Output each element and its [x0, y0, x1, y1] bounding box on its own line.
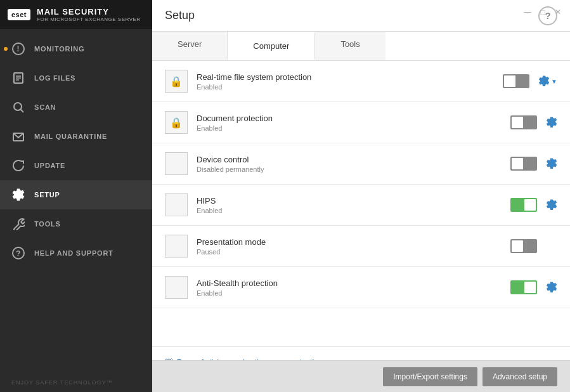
sidebar-label-scan: SCAN: [34, 103, 56, 111]
setting-status-3: Disabled permanently: [197, 166, 502, 173]
sidebar-item-update[interactable]: UPDATE: [0, 151, 152, 180]
sidebar-label-help: HELP AND SUPPORT: [34, 249, 113, 257]
setting-document-protection: 🔒 Document protection Enabled: [152, 102, 570, 143]
setting-status-4: Enabled: [197, 207, 502, 214]
gear-button-3[interactable]: [546, 158, 557, 169]
toggle-thumb-2: [512, 117, 523, 128]
setting-info-6: Anti-Stealth protection Enabled: [197, 278, 502, 297]
setting-name-2: Document protection: [197, 114, 502, 123]
scan-icon: [11, 100, 25, 114]
settings-list: 🔒 Real-time file system protection Enabl…: [152, 61, 570, 360]
spacer: [152, 308, 570, 346]
svg-text:!: !: [17, 44, 20, 53]
sidebar-item-tools[interactable]: TOOLS: [0, 209, 152, 238]
main-content: Setup — □ ✕ ? Server Computer Tools 🔒 Re…: [152, 0, 570, 392]
toggle-thumb-6: [524, 282, 536, 293]
sidebar-footer: ENJOY SAFER TECHNOLOGY™: [0, 373, 152, 392]
tab-computer[interactable]: Computer: [228, 32, 315, 60]
toggle-thumb-3: [512, 158, 523, 169]
sidebar-item-monitoring[interactable]: ! MONITORING: [0, 34, 152, 63]
bottom-links: 🛡 Pause Antivirus and antispyware protec…: [152, 346, 570, 360]
setting-status-1: Enabled: [197, 83, 494, 91]
sidebar-nav: ! MONITORING LOG FILES: [0, 29, 152, 373]
setting-info-4: HIPS Enabled: [197, 196, 502, 214]
sidebar-item-log-files[interactable]: LOG FILES: [0, 63, 152, 93]
setting-status-2: Enabled: [197, 124, 502, 132]
page-title: Setup: [165, 9, 195, 22]
setting-icon-5: [165, 235, 188, 258]
sidebar-label-mail-quarantine: MAIL QUARANTINE: [34, 133, 107, 140]
monitoring-icon: !: [11, 42, 25, 56]
sidebar: eset MAIL SECURITY FOR MICROSOFT EXCHANG…: [0, 0, 152, 392]
setting-name-4: HIPS: [197, 196, 502, 206]
close-button[interactable]: ✕: [552, 8, 564, 16]
setting-lock-icon-2: 🔒: [165, 111, 188, 134]
sidebar-label-setup: SETUP: [34, 191, 60, 199]
toggle-presentation-mode[interactable]: [510, 239, 537, 253]
sidebar-label-tools: TOOLS: [34, 220, 61, 228]
toggle-hips[interactable]: [510, 198, 537, 212]
setting-status-6: Enabled: [197, 289, 502, 297]
gear-button-4[interactable]: [546, 199, 557, 211]
sidebar-label-monitoring: MONITORING: [34, 45, 84, 53]
setting-info-2: Document protection Enabled: [197, 114, 502, 132]
setting-name-5: Presentation mode: [197, 237, 502, 247]
setting-presentation-mode: Presentation mode Paused: [152, 226, 570, 267]
eset-logo: eset: [8, 9, 30, 20]
toggle-device-control[interactable]: [510, 157, 537, 171]
setting-hips: HIPS Enabled: [152, 185, 570, 226]
setting-name-6: Anti-Stealth protection: [197, 278, 502, 288]
tab-bar: Server Computer Tools: [152, 32, 570, 61]
product-main: MAIL SECURITY: [37, 7, 141, 16]
app-header: eset MAIL SECURITY FOR MICROSOFT EXCHANG…: [0, 0, 152, 29]
mail-quarantine-icon: [11, 129, 25, 143]
sidebar-item-help[interactable]: ? HELP AND SUPPORT: [0, 238, 152, 268]
toggle-thumb-1: [504, 75, 515, 87]
setting-name-3: Device control: [197, 155, 502, 164]
minimize-button[interactable]: —: [522, 8, 533, 16]
toggle-document-protection[interactable]: [510, 115, 537, 129]
sidebar-item-mail-quarantine[interactable]: MAIL QUARANTINE: [0, 122, 152, 151]
toggle-thumb-4: [524, 199, 536, 211]
setting-real-time-protection: 🔒 Real-time file system protection Enabl…: [152, 61, 570, 102]
tab-server[interactable]: Server: [152, 32, 228, 60]
gear-button-6[interactable]: [546, 282, 557, 293]
setting-name-1: Real-time file system protection: [197, 72, 494, 82]
sidebar-item-setup[interactable]: SETUP: [0, 180, 152, 209]
gear-dropdown-icon-1: ▼: [551, 78, 557, 85]
update-icon: [11, 159, 25, 173]
setup-icon: [11, 188, 25, 202]
setting-info-1: Real-time file system protection Enabled: [197, 72, 494, 91]
setting-icon-4: [165, 193, 188, 216]
setting-device-control: Device control Disabled permanently: [152, 143, 570, 185]
gear-button-1[interactable]: ▼: [538, 75, 557, 87]
toggle-thumb-5: [512, 240, 523, 252]
tab-tools[interactable]: Tools: [315, 32, 385, 60]
product-sub: FOR MICROSOFT EXCHANGE SERVER: [37, 16, 141, 22]
setting-status-5: Paused: [197, 248, 502, 256]
toggle-anti-stealth[interactable]: [510, 280, 537, 294]
product-name: MAIL SECURITY FOR MICROSOFT EXCHANGE SER…: [37, 7, 141, 22]
setting-info-3: Device control Disabled permanently: [197, 155, 502, 173]
toggle-real-time[interactable]: [503, 74, 529, 88]
setting-anti-stealth: Anti-Stealth protection Enabled: [152, 267, 570, 308]
log-files-icon: [11, 71, 25, 85]
svg-text:?: ?: [16, 249, 21, 258]
svg-line-7: [20, 109, 23, 112]
tools-icon: [11, 217, 25, 231]
notification-dot: [4, 47, 8, 51]
maximize-button[interactable]: □: [537, 8, 548, 16]
footer: Import/Export settings Advanced setup: [152, 360, 570, 392]
setting-icon-6: [165, 276, 188, 299]
main-header: Setup — □ ✕ ?: [152, 0, 570, 32]
sidebar-item-scan[interactable]: SCAN: [0, 93, 152, 122]
setting-lock-icon-1: 🔒: [165, 70, 188, 93]
setting-icon-3: [165, 152, 188, 175]
sidebar-label-update: UPDATE: [34, 162, 65, 169]
help-icon: ?: [11, 246, 25, 260]
setting-info-5: Presentation mode Paused: [197, 237, 502, 256]
advanced-setup-button[interactable]: Advanced setup: [483, 367, 557, 386]
sidebar-label-log-files: LOG FILES: [34, 74, 75, 82]
gear-button-2[interactable]: [546, 117, 557, 128]
import-export-button[interactable]: Import/Export settings: [383, 367, 477, 386]
